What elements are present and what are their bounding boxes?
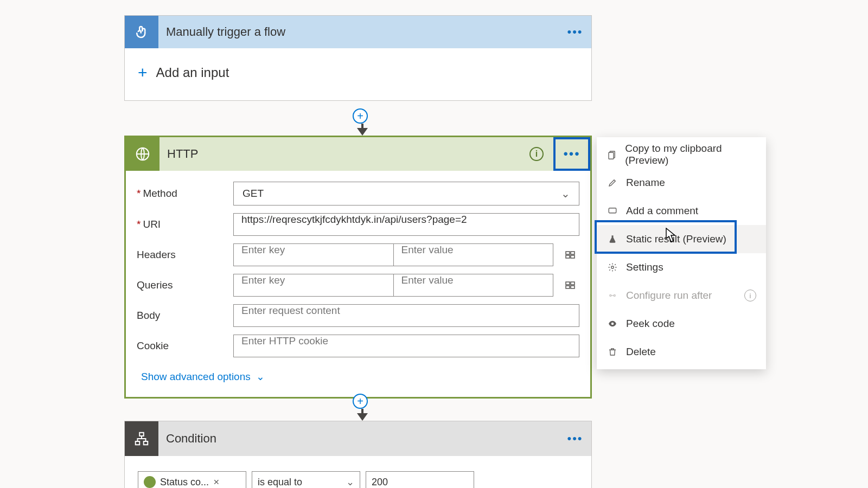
run-after-icon — [607, 290, 618, 301]
body-label: Body — [137, 310, 233, 322]
manual-trigger-icon — [125, 16, 158, 48]
queries-label: Queries — [137, 279, 233, 291]
chevron-down-icon: ⌄ — [256, 370, 265, 383]
svg-rect-1 — [566, 252, 570, 254]
svg-rect-10 — [136, 441, 140, 445]
cookie-label: Cookie — [137, 340, 233, 352]
condition-operator-label: is equal to — [258, 477, 302, 488]
show-advanced-label: Show advanced options — [141, 371, 251, 383]
menu-label: Add a comment — [626, 205, 698, 217]
add-step-button-2[interactable]: + — [353, 394, 368, 409]
info-icon: i — [744, 290, 756, 301]
http-title: HTTP — [159, 147, 529, 161]
menu-label: Configure run after — [626, 290, 712, 301]
close-icon[interactable]: ✕ — [213, 478, 220, 486]
queries-key-input[interactable]: Enter key — [233, 274, 393, 297]
condition-field-label: Status co... — [160, 477, 209, 488]
uri-label: *URI — [137, 219, 233, 230]
condition-operator-select[interactable]: is equal to ⌄ — [252, 471, 360, 488]
uri-row: *URI https://reqrescytkjfcdykhtdyk.in/ap… — [137, 213, 579, 236]
comment-icon — [607, 205, 618, 217]
svg-point-15 — [611, 266, 614, 269]
menu-peek-code[interactable]: Peek code — [597, 310, 766, 338]
info-icon[interactable]: i — [529, 147, 544, 161]
svg-rect-8 — [571, 286, 575, 288]
menu-settings[interactable]: Settings — [597, 253, 766, 281]
http-body: *Method GET ⌄ *URI https://reqrescytkjfc… — [126, 171, 590, 397]
menu-add-comment[interactable]: Add a comment — [597, 197, 766, 225]
queries-toggle-button[interactable] — [561, 276, 579, 294]
menu-copy-clipboard[interactable]: Copy to my clipboard (Preview) — [597, 140, 766, 169]
svg-rect-13 — [609, 152, 614, 159]
condition-value: 200 — [372, 477, 388, 488]
headers-label: Headers — [137, 249, 233, 261]
pencil-icon — [607, 177, 618, 189]
arrow-down-icon-1 — [357, 128, 368, 136]
svg-rect-2 — [571, 252, 575, 254]
cookie-row: Cookie Enter HTTP cookie — [137, 335, 579, 357]
svg-rect-9 — [139, 433, 144, 436]
menu-static-result[interactable]: Static result (Preview) — [597, 225, 766, 253]
trigger-card: Manually trigger a flow ••• + Add an inp… — [124, 15, 592, 101]
menu-label: Settings — [626, 261, 663, 273]
menu-label: Peek code — [626, 318, 675, 330]
svg-point-16 — [610, 295, 611, 297]
menu-delete[interactable]: Delete — [597, 338, 766, 366]
chevron-down-icon: ⌄ — [561, 187, 570, 200]
clipboard-icon — [607, 149, 617, 160]
menu-label: Static result (Preview) — [626, 233, 726, 245]
arrow-down-icon-2 — [357, 413, 368, 421]
uri-input[interactable]: https://reqrescytkjfcdykhtdyk.in/api/use… — [233, 213, 579, 236]
headers-value-input[interactable]: Enter value — [393, 243, 554, 266]
add-input-label: Add an input — [156, 65, 229, 80]
svg-rect-6 — [571, 282, 575, 285]
condition-header[interactable]: Condition ••• — [125, 421, 591, 456]
headers-row: Headers Enter key Enter value — [137, 243, 579, 266]
eye-icon — [607, 318, 618, 330]
condition-field-token[interactable]: Status co... ✕ — [138, 471, 246, 488]
trash-icon — [607, 346, 618, 358]
gear-icon — [607, 261, 618, 273]
cookie-input[interactable]: Enter HTTP cookie — [233, 335, 579, 357]
menu-configure-run-after: Configure run after i — [597, 281, 766, 310]
flask-icon — [607, 233, 618, 245]
add-step-button-1[interactable]: + — [353, 108, 368, 124]
headers-toggle-button[interactable] — [561, 246, 579, 264]
plus-icon: + — [138, 63, 148, 82]
body-input[interactable]: Enter request content — [233, 304, 579, 327]
menu-label: Copy to my clipboard (Preview) — [625, 143, 756, 166]
method-value: GET — [242, 188, 264, 200]
queries-row: Queries Enter key Enter value — [137, 274, 579, 297]
trigger-header[interactable]: Manually trigger a flow ••• — [125, 16, 591, 48]
svg-rect-4 — [571, 255, 575, 258]
svg-point-17 — [614, 295, 615, 297]
condition-body: Status co... ✕ is equal to ⌄ 200 — [125, 456, 591, 488]
method-select[interactable]: GET ⌄ — [233, 182, 579, 206]
method-row: *Method GET ⌄ — [137, 182, 579, 206]
body-row: Body Enter request content — [137, 304, 579, 327]
menu-label: Rename — [626, 177, 665, 189]
http-context-menu: Copy to my clipboard (Preview) Rename Ad… — [597, 137, 766, 369]
show-advanced-link[interactable]: Show advanced options ⌄ — [137, 365, 579, 385]
svg-rect-11 — [144, 441, 148, 445]
menu-label: Delete — [626, 346, 656, 358]
svg-rect-3 — [566, 255, 570, 258]
menu-rename[interactable]: Rename — [597, 169, 766, 197]
add-input-button[interactable]: + Add an input — [125, 48, 591, 100]
condition-more-button[interactable]: ••• — [559, 432, 591, 446]
http-header[interactable]: HTTP i ••• — [126, 137, 590, 171]
http-more-button[interactable]: ••• — [553, 137, 590, 171]
queries-value-input[interactable]: Enter value — [393, 274, 554, 297]
svg-rect-7 — [566, 286, 570, 288]
http-token-icon — [144, 476, 156, 488]
condition-title: Condition — [158, 432, 559, 446]
http-card: HTTP i ••• *Method GET ⌄ *URI https://re… — [124, 136, 592, 399]
headers-key-input[interactable]: Enter key — [233, 243, 393, 266]
http-icon — [126, 137, 159, 171]
method-label: *Method — [137, 188, 233, 200]
chevron-down-icon: ⌄ — [346, 476, 354, 488]
trigger-title: Manually trigger a flow — [158, 25, 559, 39]
trigger-more-button[interactable]: ••• — [559, 25, 591, 39]
condition-icon — [125, 421, 158, 456]
condition-value-input[interactable]: 200 — [366, 471, 474, 488]
